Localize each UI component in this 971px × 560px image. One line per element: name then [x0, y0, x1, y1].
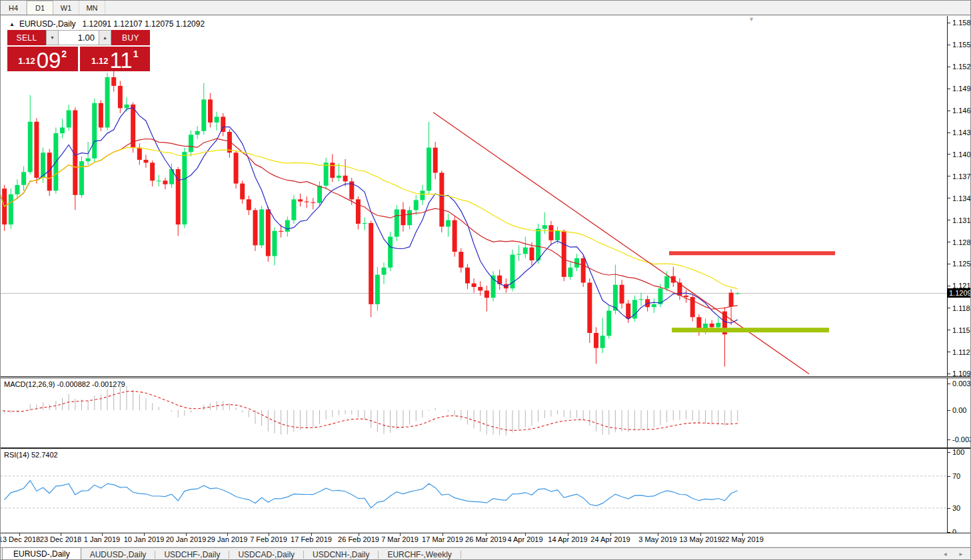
chart-tab-usdchf[interactable]: USDCHF-,Daily: [155, 548, 229, 560]
axis-tick: [948, 176, 950, 176]
date-label: 23 Dec 2018: [40, 535, 81, 543]
rsi-axis-label: 70: [948, 471, 960, 481]
candle: [157, 175, 161, 186]
candle: [453, 216, 457, 256]
candle: [639, 293, 644, 306]
buy-quote[interactable]: 1.12 11 1: [80, 47, 151, 71]
price-axis-label: 1.15860: [948, 18, 971, 27]
tab-scroll-right-icon[interactable]: ►: [958, 551, 964, 557]
rsi-level-lines: [1, 476, 947, 508]
rsi-axis-label: 100: [948, 447, 964, 457]
sell-quote[interactable]: 1.12 09 2: [7, 47, 78, 71]
date-label: 22 May 2019: [721, 535, 764, 543]
candle: [433, 142, 438, 179]
chart-tabs-group: EURUSD-,DailyAUDUSD-,DailyUSDCHF-,DailyU…: [2, 548, 461, 560]
candle: [163, 178, 167, 189]
axis-tick: [948, 476, 950, 477]
candle: [317, 181, 322, 206]
volume-input[interactable]: [59, 30, 99, 45]
candle: [60, 119, 65, 139]
date-label: 7 Mar 2019: [381, 535, 419, 543]
candle: [21, 166, 26, 191]
chart-tab-usdcnh[interactable]: USDCNH-,Daily: [304, 548, 378, 560]
macd-axis-label: 0.00: [948, 406, 966, 415]
price-axis-label: 1.11275: [948, 348, 971, 357]
rsi-axis[interactable]: 10070300: [947, 449, 970, 533]
candle: [401, 202, 405, 232]
sell-price-big: 09: [37, 51, 61, 69]
timeframe-button-w1[interactable]: W1: [53, 1, 79, 15]
spin-down-icon: ▼: [50, 35, 55, 40]
rsi-canvas[interactable]: [1, 449, 947, 533]
date-label: 7 Feb 2019: [250, 535, 287, 543]
chart-tab-audusd[interactable]: AUDUSD-,Daily: [81, 548, 155, 560]
price-axis-label-text: 1.13110: [952, 216, 971, 224]
chart-tab-eurusd[interactable]: EURUSD-,Daily: [2, 548, 81, 560]
date-label: 20 Jan 2019: [166, 535, 207, 543]
macd-axis-label-text: -0.00365: [952, 435, 971, 443]
candle: [118, 81, 123, 113]
candle: [234, 150, 239, 188]
price-axis-label-text: 1.13720: [952, 172, 971, 180]
price-axis-label-text: 1.10970: [952, 370, 971, 378]
candle: [143, 154, 148, 167]
candle: [247, 196, 251, 215]
tab-scroll-left-icon[interactable]: ◄: [942, 551, 948, 557]
axis-tick: [948, 384, 950, 384]
date-label: 26 Mar 2019: [465, 535, 506, 543]
chart-tab-eurchf[interactable]: EURCHF-,Weekly: [379, 548, 460, 560]
sell-button[interactable]: SELL: [7, 30, 46, 45]
candle: [182, 148, 187, 228]
price-axis-label-text: 1.11580: [952, 326, 971, 334]
time-axis[interactable]: 13 Dec 201823 Dec 20181 Jan 201910 Jan 2…: [1, 533, 970, 547]
candle: [485, 286, 489, 312]
axis-tick: [948, 45, 950, 45]
collapse-arrow-icon[interactable]: ▲: [9, 21, 15, 27]
chart-tab-usdcad[interactable]: USDCAD-,Daily: [229, 548, 303, 560]
volume-decrease-button[interactable]: ▼: [46, 30, 59, 45]
date-label: 29 Jan 2019: [207, 535, 248, 543]
price-axis-label-text: 1.12805: [952, 238, 971, 246]
date-label: 17 Feb 2019: [291, 535, 332, 543]
axis-tick: [948, 410, 950, 411]
axis-tick: [948, 374, 950, 374]
spin-up-icon: ▲: [103, 35, 107, 40]
candle: [356, 196, 361, 230]
candle: [240, 180, 245, 204]
macd-axis[interactable]: 0.0032870.00-0.00365: [947, 378, 970, 447]
date-label: 17 Mar 2019: [422, 535, 463, 543]
rsi-axis-label: 30: [948, 503, 960, 513]
macd-label: MACD(12,26,9) -0.000882 -0.001279: [4, 380, 125, 388]
macd-canvas[interactable]: [1, 378, 947, 447]
rsi-panel: RSI(14) 52.7402 10070300: [1, 448, 970, 533]
candle: [407, 206, 412, 230]
latest-bar-marker-icon: ▼: [748, 16, 754, 23]
rsi-axis-label-text: 30: [952, 504, 960, 512]
price-axis-label: 1.11885: [948, 304, 971, 313]
price-axis-label-text: 1.14330: [952, 129, 971, 137]
candle: [690, 294, 695, 322]
axis-tick: [948, 308, 950, 308]
price-axis-label-text: 1.14025: [952, 150, 971, 158]
candle: [735, 292, 740, 294]
candle: [343, 159, 348, 186]
candle: [105, 73, 110, 131]
price-axis-label: 1.13110: [948, 216, 971, 225]
candle: [446, 214, 451, 237]
price-axis-label-text: 1.14635: [952, 107, 971, 115]
candle: [266, 206, 271, 262]
axis-tick: [948, 111, 950, 111]
buy-button[interactable]: BUY: [111, 30, 150, 45]
timeframe-button-d1[interactable]: D1: [27, 1, 53, 15]
timeframe-button-h4[interactable]: H4: [1, 1, 27, 15]
timeframe-toolbar: H4D1W1MN: [1, 1, 970, 15]
candle: [324, 158, 329, 189]
candle: [600, 318, 605, 353]
chart-ohlc-values: 1.12091 1.12107 1.12075 1.12092: [83, 19, 205, 29]
candle: [671, 267, 676, 287]
axis-tick: [948, 508, 950, 509]
axis-tick: [948, 330, 950, 330]
volume-increase-button[interactable]: ▲: [99, 30, 111, 45]
timeframe-button-mn[interactable]: MN: [79, 1, 105, 15]
price-axis[interactable]: 1.158601.155501.152451.149401.146351.143…: [947, 16, 970, 376]
